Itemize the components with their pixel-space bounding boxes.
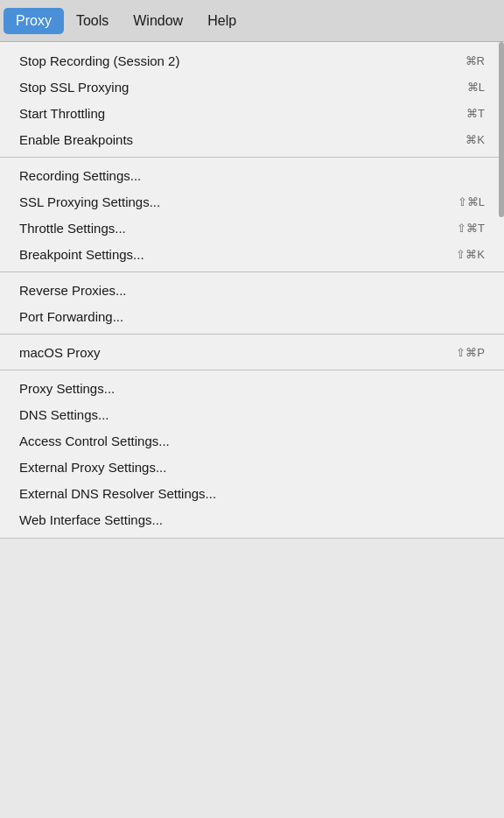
separator-1	[0, 157, 504, 158]
menu-item-enable-breakpoints[interactable]: Enable Breakpoints ⌘K	[0, 126, 504, 152]
menu-item-proxy-settings[interactable]: Proxy Settings...	[0, 375, 504, 401]
separator-2	[0, 271, 504, 272]
menu-bar: Proxy Tools Window Help	[0, 0, 504, 42]
menu-item-reverse-proxies[interactable]: Reverse Proxies...	[0, 277, 504, 303]
proxy-dropdown-menu: Stop Recording (Session 2) ⌘R Stop SSL P…	[0, 42, 504, 539]
menu-bar-help[interactable]: Help	[195, 8, 248, 34]
menu-item-port-forwarding[interactable]: Port Forwarding...	[0, 303, 504, 329]
menu-item-external-dns-resolver-settings[interactable]: External DNS Resolver Settings...	[0, 480, 504, 506]
menu-item-web-interface-settings[interactable]: Web Interface Settings...	[0, 506, 504, 532]
menu-item-dns-settings[interactable]: DNS Settings...	[0, 401, 504, 427]
menu-item-breakpoint-settings[interactable]: Breakpoint Settings... ⇧⌘K	[0, 241, 504, 267]
separator-4	[0, 370, 504, 370]
menu-item-external-proxy-settings[interactable]: External Proxy Settings...	[0, 454, 504, 480]
menu-bar-tools[interactable]: Tools	[64, 8, 121, 34]
menu-bar-window[interactable]: Window	[121, 8, 195, 34]
menu-item-access-control-settings[interactable]: Access Control Settings...	[0, 427, 504, 454]
menu-item-throttle-settings[interactable]: Throttle Settings... ⇧⌘T	[0, 215, 504, 241]
separator-3	[0, 334, 504, 335]
scrollbar[interactable]	[499, 42, 504, 217]
menu-item-stop-recording[interactable]: Stop Recording (Session 2) ⌘R	[0, 47, 504, 74]
menu-item-recording-settings[interactable]: Recording Settings...	[0, 162, 504, 188]
menu-item-start-throttling[interactable]: Start Throttling ⌘T	[0, 100, 504, 126]
menu-item-ssl-proxying-settings[interactable]: SSL Proxying Settings... ⇧⌘L	[0, 188, 504, 215]
menu-item-macos-proxy[interactable]: macOS Proxy ⇧⌘P	[0, 339, 504, 365]
menu-bar-proxy[interactable]: Proxy	[4, 8, 64, 34]
menu-item-stop-ssl-proxying[interactable]: Stop SSL Proxying ⌘L	[0, 74, 504, 100]
